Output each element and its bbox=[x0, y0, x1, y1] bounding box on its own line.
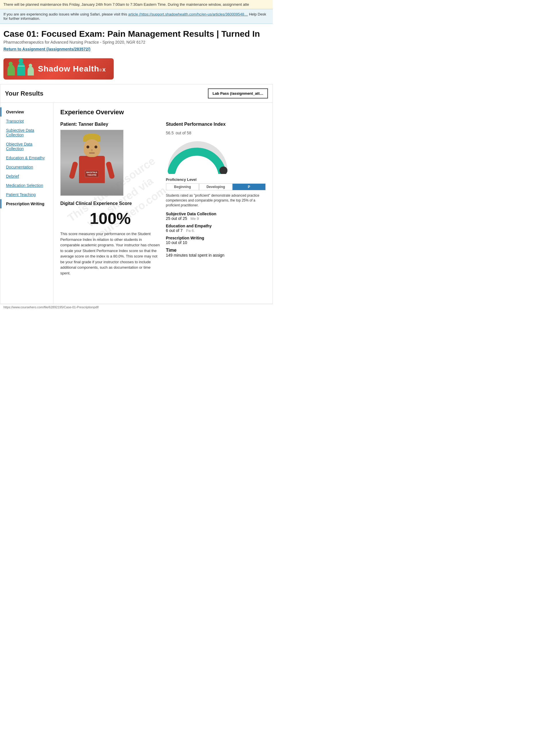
prof-beginning: Beginning bbox=[166, 184, 199, 190]
safari-banner: If you are are experiencing audio issues… bbox=[0, 9, 273, 24]
sidebar-item-debrief[interactable]: Debrief bbox=[0, 172, 53, 181]
prescription-score: 10 out of 10 bbox=[166, 240, 266, 245]
sidebar-item-medication[interactable]: Medication Selection bbox=[0, 181, 53, 190]
proficiency-description: Students rated as "proficient" demonstra… bbox=[166, 193, 266, 208]
safari-link[interactable]: article (https://support.shadowhealth.co… bbox=[128, 12, 248, 16]
right-column: Student Performance Index 56.5 out of 58 bbox=[166, 122, 266, 276]
education-score: 6 out of 7 Pa 6. bbox=[166, 228, 266, 233]
time-section: Time 149 minutes total spent in assign bbox=[166, 248, 266, 258]
gauge-chart bbox=[166, 140, 229, 174]
patient-image: BACKTALK THEATRE bbox=[60, 130, 123, 196]
logo-box: Shadow Health ® x bbox=[3, 58, 114, 80]
dce-description: This score measures your performance on … bbox=[60, 231, 160, 276]
score-education: Education and Empathy 6 out of 7 Pa 6. bbox=[166, 224, 266, 233]
spi-label: Student Performance Index bbox=[166, 122, 266, 127]
page-subtitle: Pharmacotherapeutics for Advanced Nursin… bbox=[3, 40, 269, 45]
return-link[interactable]: Return to Assignment (/assignments/28357… bbox=[3, 47, 90, 51]
left-column: Patient: Tanner Bailey bbox=[60, 122, 160, 276]
score-subjective: Subjective Data Collection 25 out of 25 … bbox=[166, 212, 266, 221]
results-header: Your Results Lab Pass (/assignment_att… bbox=[0, 84, 273, 103]
page-header: Case 01: Focused Exam: Pain Management R… bbox=[0, 24, 273, 54]
bottom-url: https://www.coursehero.com/file/62892195… bbox=[0, 304, 273, 310]
sidebar-item-documentation[interactable]: Documentation bbox=[0, 163, 53, 172]
subjective-label: Subjective Data Collection bbox=[166, 212, 266, 216]
proficiency-label: Proficiency Level bbox=[166, 177, 266, 182]
prof-developing: Developing bbox=[199, 184, 232, 190]
spi-out-of: out of 58 bbox=[175, 131, 191, 135]
score-items: Subjective Data Collection 25 out of 25 … bbox=[166, 212, 266, 245]
logo-text: Shadow Health ® x bbox=[38, 64, 106, 74]
sidebar-item-prescription[interactable]: Prescription Writing bbox=[0, 199, 53, 208]
sidebar-item-objective[interactable]: Objective Data Collection bbox=[0, 140, 53, 153]
results-title: Your Results bbox=[5, 90, 43, 97]
subjective-score: 25 out of 25 Me 9 bbox=[166, 216, 266, 221]
dce-score: 100% bbox=[60, 209, 160, 228]
dce-label: Digital Clinical Experience Score bbox=[60, 201, 160, 206]
sidebar-item-subjective[interactable]: Subjective Data Collection bbox=[0, 126, 53, 140]
education-label: Education and Empathy bbox=[166, 224, 266, 228]
results-body: This study resource was shared via Cours… bbox=[0, 103, 273, 304]
proficiency-table: Beginning Developing P bbox=[166, 184, 266, 190]
maintenance-text: There will be planned maintenance this F… bbox=[3, 2, 249, 7]
prof-proficient: P bbox=[232, 184, 266, 190]
spi-score-value: 56.5 bbox=[166, 131, 174, 135]
sidebar-item-transcript[interactable]: Transcript bbox=[0, 117, 53, 126]
sidebar: Overview Transcript Subjective Data Coll… bbox=[0, 103, 53, 304]
sidebar-item-patient-teaching[interactable]: Patient Teaching bbox=[0, 190, 53, 199]
page-title: Case 01: Focused Exam: Pain Management R… bbox=[3, 29, 269, 39]
maintenance-banner: There will be planned maintenance this F… bbox=[0, 0, 273, 9]
logo-figures bbox=[7, 62, 34, 76]
results-section: Your Results Lab Pass (/assignment_att… … bbox=[0, 84, 273, 304]
sidebar-item-education-empathy[interactable]: Education & Empathy bbox=[0, 153, 53, 163]
lab-pass-button[interactable]: Lab Pass (/assignment_att… bbox=[208, 88, 268, 99]
time-value: 149 minutes total spent in assign bbox=[166, 253, 266, 258]
sidebar-item-overview[interactable]: Overview bbox=[0, 107, 53, 117]
patient-label: Patient: Tanner Bailey bbox=[60, 122, 160, 127]
spi-score: 56.5 out of 58 bbox=[166, 128, 266, 136]
time-label: Time bbox=[166, 248, 266, 253]
prescription-label: Prescription Writing bbox=[166, 236, 266, 240]
score-prescription: Prescription Writing 10 out of 10 bbox=[166, 236, 266, 245]
experience-title: Experience Overview bbox=[60, 109, 266, 116]
content-grid: Patient: Tanner Bailey bbox=[60, 122, 266, 276]
logo-section: Shadow Health ® x bbox=[0, 54, 273, 84]
main-content: Experience Overview Patient: Tanner Bail… bbox=[53, 103, 273, 304]
safari-text: If you are are experiencing audio issues… bbox=[3, 12, 127, 16]
